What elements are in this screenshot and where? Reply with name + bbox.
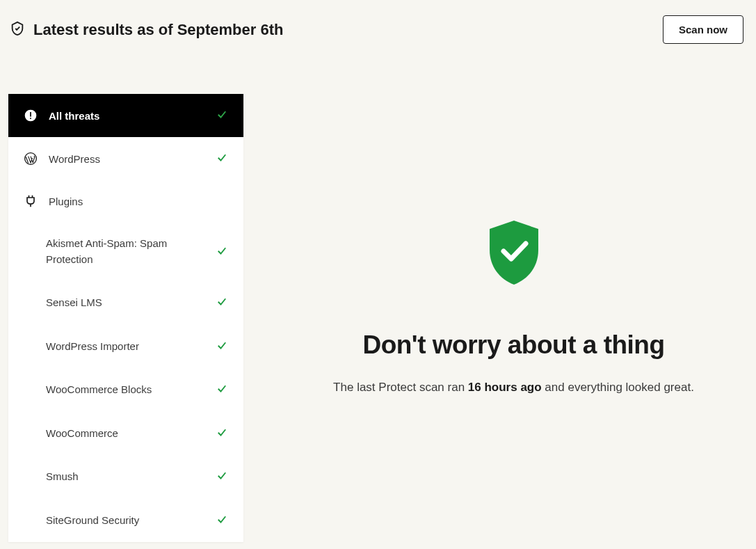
sidebar-subitem-label: Akismet Anti-Spam: Spam Protection xyxy=(46,236,204,267)
sidebar: All threats WordPress xyxy=(8,94,243,542)
sidebar-item-label: Plugins xyxy=(49,196,228,207)
check-icon xyxy=(216,151,228,166)
check-icon xyxy=(216,469,228,484)
header: Latest results as of September 6th Scan … xyxy=(0,0,756,59)
main-panel: Don't worry about a thing The last Prote… xyxy=(271,59,756,542)
scan-now-button[interactable]: Scan now xyxy=(663,15,743,44)
header-left: Latest results as of September 6th xyxy=(10,21,283,39)
svg-rect-1 xyxy=(30,112,31,117)
plug-icon xyxy=(24,194,38,208)
wordpress-icon xyxy=(24,152,38,166)
sidebar-subitem-label: WooCommerce Blocks xyxy=(46,382,204,398)
content: All threats WordPress xyxy=(0,59,756,542)
subtitle-suffix: and everything looked great. xyxy=(542,381,694,394)
sidebar-item-wordpress[interactable]: WordPress xyxy=(8,137,243,180)
sidebar-subitem-wp-importer[interactable]: WordPress Importer xyxy=(8,325,243,369)
check-icon xyxy=(216,513,228,528)
sidebar-item-all-threats[interactable]: All threats xyxy=(8,94,243,137)
check-icon xyxy=(216,295,228,310)
sidebar-subitem-label: SiteGround Security xyxy=(46,513,204,529)
sidebar-subitem-label: Smush xyxy=(46,469,204,485)
check-icon xyxy=(216,339,228,354)
sidebar-subitem-smush[interactable]: Smush xyxy=(8,455,243,499)
check-icon xyxy=(216,426,228,441)
page-title: Latest results as of September 6th xyxy=(33,21,283,39)
sidebar-subitem-label: WordPress Importer xyxy=(46,339,204,355)
subtitle-bold: 16 hours ago xyxy=(468,381,542,394)
sidebar-subitem-woo-blocks[interactable]: WooCommerce Blocks xyxy=(8,368,243,412)
shield-check-icon xyxy=(10,21,25,39)
check-icon xyxy=(216,244,228,260)
sidebar-subitem-akismet[interactable]: Akismet Anti-Spam: Spam Protection xyxy=(8,222,243,281)
alert-circle-icon xyxy=(24,109,38,122)
check-icon xyxy=(216,108,228,123)
svg-rect-2 xyxy=(30,118,31,119)
check-icon xyxy=(216,382,228,397)
sidebar-subitem-label: WooCommerce xyxy=(46,426,204,442)
shield-success-icon xyxy=(484,219,544,289)
main-subtitle: The last Protect scan ran 16 hours ago a… xyxy=(333,381,694,395)
subtitle-prefix: The last Protect scan ran xyxy=(333,381,468,394)
sidebar-subitem-siteground[interactable]: SiteGround Security xyxy=(8,499,243,543)
sidebar-subitem-label: Sensei LMS xyxy=(46,295,204,311)
main-title: Don't worry about a thing xyxy=(362,331,664,360)
sidebar-subitem-sensei[interactable]: Sensei LMS xyxy=(8,281,243,325)
sidebar-item-label: All threats xyxy=(49,110,204,122)
sidebar-item-plugins[interactable]: Plugins xyxy=(8,180,243,222)
sidebar-item-label: WordPress xyxy=(49,153,204,165)
sidebar-subitem-woocommerce[interactable]: WooCommerce xyxy=(8,412,243,456)
